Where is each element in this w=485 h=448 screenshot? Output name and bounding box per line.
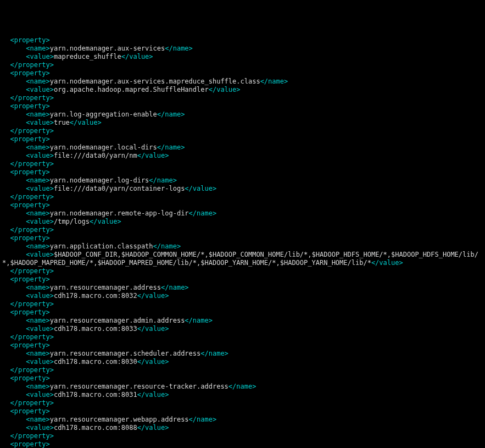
value-open-tag: <value> — [26, 119, 54, 126]
terminal-line: <value>file:///data0/yarn/nm</value> — [2, 152, 483, 160]
name-open-tag: <name> — [26, 383, 49, 390]
terminal-line: </property> — [2, 399, 483, 407]
terminal-line: <value>cdh178.macro.com:8031</value> — [2, 391, 483, 399]
property-name: yarn.resourcemanager.admin.address — [50, 317, 185, 324]
property-name: yarn.resourcemanager.webapp.address — [50, 416, 189, 423]
name-close-tag: </name> — [228, 383, 257, 390]
terminal-line: <name>yarn.log-aggregation-enable</name> — [2, 110, 483, 119]
terminal-line: <value>file:///data0/yarn/container-logs… — [2, 185, 483, 193]
name-close-tag: </name> — [153, 242, 181, 250]
terminal-line: </property> — [2, 160, 483, 168]
property-name: yarn.nodemanager.local-dirs — [50, 143, 157, 151]
terminal-line: <name>yarn.resourcemanager.scheduler.add… — [2, 350, 483, 358]
terminal-line: <property> — [2, 341, 483, 350]
terminal-line: <property> — [2, 275, 483, 284]
terminal-line: </property> — [2, 432, 483, 440]
property-open-tag: <property> — [10, 440, 49, 448]
value-open-tag: <value> — [26, 424, 54, 432]
value-open-tag: <value> — [26, 218, 54, 225]
property-value: /tmp/logs — [54, 218, 90, 225]
terminal-line: <value>$HADOOP_CONF_DIR,$HADOOP_COMMON_H… — [2, 251, 483, 267]
property-open-tag: <property> — [10, 407, 49, 415]
property-open-tag: <property> — [10, 234, 49, 242]
name-close-tag: </name> — [189, 209, 217, 217]
value-open-tag: <value> — [26, 86, 54, 93]
value-open-tag: <value> — [26, 358, 54, 366]
value-open-tag: <value> — [26, 325, 54, 333]
property-name: yarn.nodemanager.aux-services.mapreduce_… — [50, 78, 260, 85]
name-open-tag: <name> — [26, 317, 49, 324]
value-open-tag: <value> — [26, 391, 54, 399]
value-close-tag: </value> — [137, 292, 169, 300]
name-open-tag: <name> — [26, 284, 49, 291]
property-value: org.apache.hadoop.mapred.ShuffleHandler — [54, 86, 209, 93]
terminal-line: <name>yarn.resourcemanager.address</name… — [2, 284, 483, 292]
terminal-line: <property> — [2, 308, 483, 317]
property-name: yarn.resourcemanager.resource-tracker.ad… — [50, 383, 228, 390]
terminal-line: <property> — [2, 234, 483, 242]
name-open-tag: <name> — [26, 78, 49, 85]
property-value: $HADOOP_CONF_DIR,$HADOOP_COMMON_HOME/*,$… — [2, 251, 478, 267]
value-open-tag: <value> — [26, 53, 54, 60]
property-open-tag: <property> — [10, 36, 49, 44]
property-value: mapreduce_shuffle — [54, 53, 121, 60]
terminal-line: <property> — [2, 440, 483, 448]
property-open-tag: <property> — [10, 374, 49, 382]
name-open-tag: <name> — [26, 242, 49, 250]
property-value: true — [54, 119, 70, 126]
property-open-tag: <property> — [10, 275, 49, 283]
value-close-tag: </value> — [137, 424, 169, 432]
name-open-tag: <name> — [26, 143, 49, 151]
name-open-tag: <name> — [26, 416, 49, 423]
property-open-tag: <property> — [10, 201, 49, 209]
value-close-tag: </value> — [70, 119, 102, 126]
terminal-line: </property> — [2, 193, 483, 201]
property-open-tag: <property> — [10, 168, 49, 176]
terminal-line: </property> — [2, 94, 483, 102]
value-close-tag: </value> — [121, 53, 153, 60]
name-close-tag: </name> — [157, 143, 185, 151]
property-open-tag: <property> — [10, 135, 49, 143]
name-close-tag: </name> — [200, 350, 228, 357]
property-close-tag: </property> — [10, 61, 53, 69]
terminal-line: <name>yarn.nodemanager.local-dirs</name> — [2, 143, 483, 152]
property-close-tag: </property> — [10, 267, 53, 275]
value-close-tag: </value> — [371, 259, 403, 267]
property-name: yarn.application.classpath — [50, 242, 153, 250]
terminal-line: <property> — [2, 135, 483, 143]
value-open-tag: <value> — [26, 185, 54, 192]
value-close-tag: </value> — [137, 152, 169, 159]
value-open-tag: <value> — [26, 251, 54, 258]
property-value: file:///data0/yarn/nm — [54, 152, 137, 159]
terminal-line: <name>yarn.nodemanager.log-dirs</name> — [2, 176, 483, 185]
name-open-tag: <name> — [26, 45, 49, 52]
name-close-tag: </name> — [149, 176, 177, 184]
value-open-tag: <value> — [26, 152, 54, 159]
property-name: yarn.nodemanager.log-dirs — [50, 176, 149, 184]
property-name: yarn.nodemanager.remote-app-log-dir — [50, 209, 189, 217]
property-value: cdh178.macro.com:8032 — [54, 292, 137, 300]
name-close-tag: </name> — [185, 317, 213, 324]
property-close-tag: </property> — [10, 127, 53, 135]
terminal-line: </property> — [2, 226, 483, 234]
terminal-output: <property> <name>yarn.nodemanager.aux-se… — [2, 36, 483, 448]
terminal-line: <value>cdh178.macro.com:8033</value> — [2, 325, 483, 333]
terminal-line: <property> — [2, 407, 483, 416]
terminal-line: </property> — [2, 127, 483, 135]
property-close-tag: </property> — [10, 432, 53, 440]
value-open-tag: <value> — [26, 292, 54, 300]
terminal-line: <name>yarn.nodemanager.aux-services</nam… — [2, 45, 483, 53]
terminal-line: <property> — [2, 374, 483, 383]
value-close-tag: </value> — [137, 391, 169, 399]
terminal-line: <property> — [2, 168, 483, 176]
terminal-line: <name>yarn.resourcemanager.admin.address… — [2, 317, 483, 325]
terminal-line: </property> — [2, 333, 483, 341]
property-value: cdh178.macro.com:8033 — [54, 325, 137, 333]
property-close-tag: </property> — [10, 399, 53, 407]
property-close-tag: </property> — [10, 366, 53, 374]
terminal-line: <value>cdh178.macro.com:8032</value> — [2, 292, 483, 300]
name-open-tag: <name> — [26, 209, 49, 217]
terminal-line: </property> — [2, 267, 483, 275]
terminal-line: <name>yarn.nodemanager.remote-app-log-di… — [2, 209, 483, 218]
property-close-tag: </property> — [10, 300, 53, 308]
